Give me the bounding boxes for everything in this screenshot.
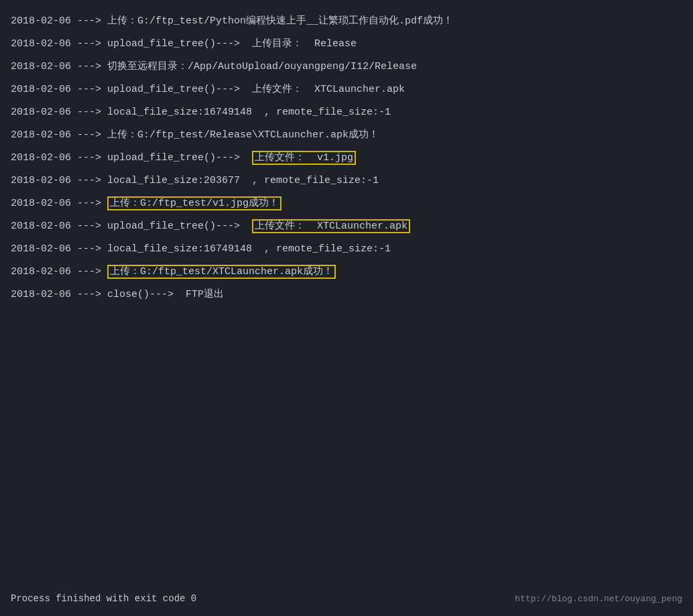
log-line-line1: 2018-02-06 ---> 上传：G:/ftp_test/Python编程快… bbox=[11, 13, 682, 29]
highlighted-text-line10: 上传文件： XTCLauncher.apk bbox=[252, 219, 410, 233]
highlighted-text-line9: 上传：G:/ftp_test/v1.jpg成功！ bbox=[107, 196, 281, 210]
log-line-line10: 2018-02-06 ---> upload_file_tree()---> 上… bbox=[11, 219, 682, 235]
log-line-line5: 2018-02-06 ---> local_file_size:16749148… bbox=[11, 105, 682, 121]
log-line-line9: 2018-02-06 ---> 上传：G:/ftp_test/v1.jpg成功！ bbox=[11, 196, 682, 212]
blog-link: http://blog.csdn.net/ouyang_peng bbox=[515, 594, 682, 604]
highlighted-text-line7: 上传文件： v1.jpg bbox=[252, 151, 356, 165]
highlighted-text-line12: 上传：G:/ftp_test/XTCLauncher.apk成功！ bbox=[107, 265, 336, 279]
process-status: Process finished with exit code 0 bbox=[11, 593, 196, 604]
log-line-line4: 2018-02-06 ---> upload_file_tree()---> 上… bbox=[11, 82, 682, 98]
log-line-line3: 2018-02-06 ---> 切换至远程目录：/App/AutoUpload/… bbox=[11, 59, 682, 75]
log-line-line12: 2018-02-06 ---> 上传：G:/ftp_test/XTCLaunch… bbox=[11, 264, 682, 280]
log-line-line8: 2018-02-06 ---> local_file_size:203677 ,… bbox=[11, 173, 682, 189]
log-line-line6: 2018-02-06 ---> 上传：G:/ftp_test/Release\X… bbox=[11, 127, 682, 143]
log-line-line11: 2018-02-06 ---> local_file_size:16749148… bbox=[11, 241, 682, 257]
log-line-line7: 2018-02-06 ---> upload_file_tree()---> 上… bbox=[11, 150, 682, 166]
terminal-output: 2018-02-06 ---> 上传：G:/ftp_test/Python编程快… bbox=[11, 13, 682, 303]
log-line-line2: 2018-02-06 ---> upload_file_tree()---> 上… bbox=[11, 36, 682, 52]
log-line-line13: 2018-02-06 ---> close()---> FTP退出 bbox=[11, 287, 682, 303]
